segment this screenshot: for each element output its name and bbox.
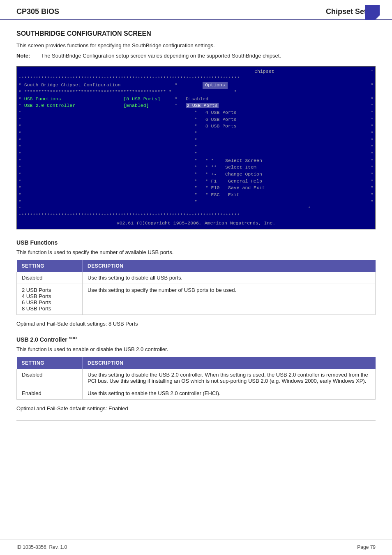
bios-nav-select-item: * ** Select Item (203, 164, 371, 171)
section-divider (16, 421, 376, 421)
usb-controller-title: USB 2.0 Controller SDO (16, 336, 376, 343)
usb-functions-col1-header: SETTING (17, 260, 83, 272)
bios-header-text: South Bridge Chipset Configuration (24, 82, 121, 88)
usb-controller-row1-desc: Use this setting to disable the USB 2.0 … (83, 369, 376, 387)
intro-paragraph: This screen provides functions for speci… (16, 42, 376, 49)
table-row: Disabled Use this setting to disable all… (17, 272, 376, 284)
bios-empty-8: * * * (17, 199, 375, 206)
note-block: Note: The SouthBridge Configuration setu… (16, 53, 376, 59)
table-row: Disabled Use this setting to disable the… (17, 369, 376, 387)
bios-title-label: Chipset (101, 68, 371, 75)
bios-title-bar: Chipset * (17, 68, 375, 75)
usb-functions-row2-setting: 2 USB Ports4 USB Ports6 USB Ports8 USB P… (17, 284, 83, 315)
usb-functions-row1-desc: Use this setting to disable all USB port… (83, 272, 376, 284)
logo (365, 5, 380, 20)
bios-nav-f10: * F10 Save and Exit (203, 185, 371, 192)
usb-controller-row2-desc: Use this setting to enable the USB 2.0 c… (83, 387, 376, 400)
page-footer: ID 1035-8356, Rev. 1.0 Page 79 (0, 539, 392, 555)
bios-empty-7: * * * (17, 150, 375, 157)
usb-functions-title: USB Functions (16, 239, 376, 246)
bios-6-usb-ports: 6 USB Ports (205, 117, 237, 122)
bios-usb-functions-value: [8 USB Ports] (123, 96, 160, 102)
bios-empty-9: * * (17, 205, 375, 212)
bios-usb-functions-label: USB Functions (24, 96, 61, 102)
bios-corner-star: * (371, 68, 374, 75)
bios-empty-3: * * 8 USB Ports * (17, 123, 375, 130)
bios-nav-change-option: * +- Change Option (203, 171, 371, 178)
bios-nav-4: * * * F1 General Help * (17, 178, 375, 185)
usb-controller-table: SETTING DESCRIPTION Disabled Use this se… (16, 357, 376, 400)
bios-options-label: Options (203, 82, 227, 89)
note-label: Note: (16, 53, 37, 59)
main-content: SOUTHBRIDGE CONFIGURATION SCREEN This sc… (0, 20, 392, 435)
table-row: Enabled Use this setting to enable the U… (17, 387, 376, 400)
usb-controller-default: Optimal and Fail-Safe default settings: … (16, 405, 376, 412)
usb-functions-default: Optimal and Fail-Safe default settings: … (16, 321, 376, 327)
bios-nav-3: * * * +- Change Option * (17, 171, 375, 178)
bios-nav-select-screen: * * Select Screen (203, 157, 371, 164)
logo-shape (365, 5, 380, 20)
usb-controller-col2-header: DESCRIPTION (83, 357, 376, 369)
bios-nav-esc: * ESC Exit (203, 192, 371, 199)
bios-empty-1: * * 4 USB Ports * (17, 109, 375, 116)
bios-empty-5: * * * (17, 137, 375, 144)
bios-stars-1: ****************************************… (17, 75, 375, 82)
usb-functions-desc: This function is used to specify the num… (16, 249, 376, 255)
bios-empty-2: * * 6 USB Ports * (17, 116, 375, 123)
usb-functions-col2-header: DESCRIPTION (83, 260, 376, 272)
bios-nav-f1: * F1 General Help (203, 178, 371, 185)
bios-nav-5: * * * F10 Save and Exit * (17, 185, 375, 192)
bios-screen: Chipset * ******************************… (16, 66, 376, 229)
bios-usb-controller-value: [Enabled] (123, 103, 149, 108)
header-product: CP305 BIOS (16, 7, 59, 16)
bios-nav-6: * * * ESC Exit * (17, 192, 375, 199)
note-text: The SouthBridge Configuration setup scre… (41, 53, 376, 59)
usb-functions-row2-desc: Use this setting to specify the number o… (83, 284, 376, 315)
bios-nav-2: * * * ** Select Item * (17, 164, 375, 171)
usb-controller-col1-header: SETTING (17, 357, 83, 369)
usb-functions-table: SETTING DESCRIPTION Disabled Use this se… (16, 260, 376, 315)
usb-controller-row2-setting: Enabled (17, 387, 83, 400)
bios-usb-controller-label: USB 2.0 Controller (24, 103, 75, 108)
bios-nav-1: * * * * Select Screen * (17, 157, 375, 164)
bios-usb-controller: * USB 2.0 Controller [Enabled] * 2 USB P… (17, 102, 375, 109)
page-header: CP305 BIOS Chipset Setup (0, 0, 392, 20)
footer-page: Page 79 (357, 544, 376, 550)
bios-empty-6: * * * (17, 143, 375, 150)
bios-copyright: v02.61 (C)Copyright 1985-2006, American … (17, 219, 375, 228)
bios-4-usb-ports: 4 USB Ports (205, 110, 237, 115)
bios-empty-4: * * * (17, 130, 375, 137)
bios-usb-functions: * USB Functions [8 USB Ports] * Disabled… (17, 96, 375, 103)
bios-stars-2: * **************************************… (17, 89, 375, 96)
footer-id: ID 1035-8356, Rev. 1.0 (16, 544, 67, 550)
table-row: 2 USB Ports4 USB Ports6 USB Ports8 USB P… (17, 284, 376, 315)
bios-8-usb-ports: 8 USB Ports (205, 123, 237, 129)
bios-2-usb-ports: 2 USB Ports (186, 103, 219, 108)
usb-controller-desc: This function is used to enable or disab… (16, 346, 376, 352)
page-title: SOUTHBRIDGE CONFIGURATION SCREEN (16, 30, 376, 37)
bios-stars-3: ****************************************… (17, 212, 375, 219)
bios-disabled: Disabled (186, 96, 208, 102)
usb-functions-row1-setting: Disabled (17, 272, 83, 284)
bios-header-row: * South Bridge Chipset Configuration * O… (17, 82, 375, 89)
usb-controller-row1-setting: Disabled (17, 369, 83, 387)
